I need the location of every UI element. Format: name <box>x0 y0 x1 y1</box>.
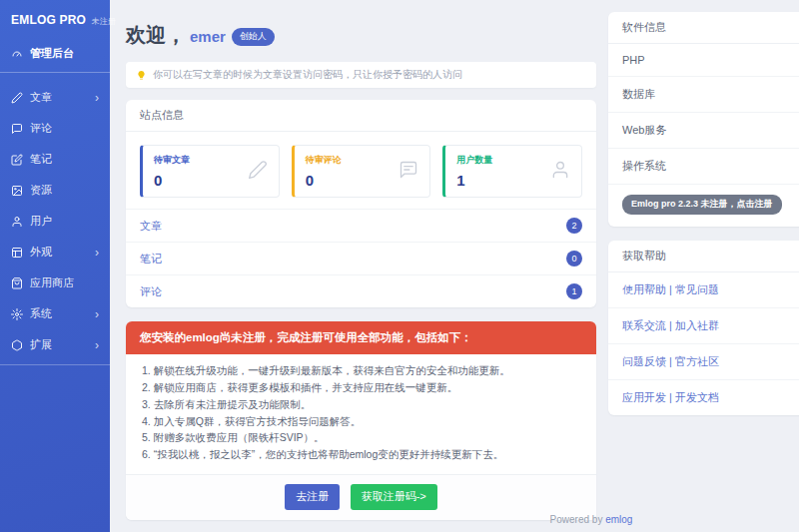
comment-icon <box>11 123 23 135</box>
software-row-php: PHP <box>608 44 799 77</box>
get-code-button[interactable]: 获取注册码-> <box>351 484 437 510</box>
emlog-link[interactable]: emlog <box>605 514 632 525</box>
stat-label: 待审文章 <box>154 154 190 167</box>
software-row-webserver: Web服务 <box>608 113 799 149</box>
sidebar-item-label: 文章 <box>30 90 52 105</box>
version-register-badge[interactable]: Emlog pro 2.2.3 未注册，点击注册 <box>622 195 782 215</box>
stats-row: 待审文章 0 待审评论 0 <box>126 132 596 209</box>
site-info-card: 站点信息 待审文章 0 待审评论 0 <box>126 100 596 307</box>
sidebar-item-articles[interactable]: 文章 › <box>0 82 110 113</box>
dashboard-icon <box>11 48 23 60</box>
user-icon <box>11 216 23 228</box>
sidebar-item-appearance[interactable]: 外观 › <box>0 237 110 267</box>
system-icon <box>11 308 23 320</box>
sidebar-item-label: 评论 <box>30 121 52 136</box>
stat-pending-comments[interactable]: 待审评论 0 <box>292 145 431 198</box>
software-info-card: 软件信息 PHP 数据库 Web服务 操作系统 Emlog pro 2.2.3 … <box>608 12 799 227</box>
sidebar-item-resources[interactable]: 资源 <box>0 175 110 206</box>
stat-pending-articles[interactable]: 待审文章 0 <box>140 145 280 198</box>
sidebar-item-label: 系统 <box>30 306 52 321</box>
alert-benefit-item: 3. 去除所有未注册提示及功能限制。 <box>142 398 580 412</box>
username-link[interactable]: emer <box>190 28 226 45</box>
register-alert-card: 您安装的emlog尚未注册，完成注册可使用全部功能，包括如下： 1. 解锁在线升… <box>126 321 596 520</box>
sidebar-item-dashboard[interactable]: 管理后台 <box>0 36 110 73</box>
footer: Powered by emlog <box>421 514 761 525</box>
stat-value: 1 <box>456 172 492 189</box>
row-label: 笔记 <box>140 252 162 266</box>
powered-by-text: Powered by <box>550 514 603 525</box>
software-info-title: 软件信息 <box>608 12 799 44</box>
stat-value: 0 <box>306 172 342 189</box>
welcome-text: 欢迎， <box>126 24 186 46</box>
chevron-right-icon: › <box>95 93 99 103</box>
row-label: 评论 <box>140 284 162 299</box>
sidebar-item-users[interactable]: 用户 <box>0 206 110 237</box>
count-badge: 2 <box>566 218 582 234</box>
chevron-right-icon: › <box>95 340 99 350</box>
sidebar-item-label: 用户 <box>30 214 52 229</box>
row-comments[interactable]: 评论 1 <box>126 274 596 307</box>
chat-icon <box>399 160 418 184</box>
article-icon <box>11 92 23 104</box>
tip-text: 你可以在写文章的时候为文章设置访问密码，只让你授予密码的人访问 <box>153 68 462 82</box>
alert-benefit-item: 6. “投我以桃，报之以李”，您的支持也将帮助emlog变的更好并持续更新下去。 <box>142 448 580 462</box>
sidebar-item-comments[interactable]: 评论 <box>0 113 110 144</box>
main-column: 欢迎，emer创始人 你可以在写文章的时候为文章设置访问密码，只让你授予密码的人… <box>126 12 596 532</box>
page-title: 欢迎，emer创始人 <box>126 22 596 49</box>
sidebar-item-label: 资源 <box>30 183 52 198</box>
sidebar-item-app-store[interactable]: 应用商店 <box>0 267 110 298</box>
help-card: 获取帮助 使用帮助 | 常见问题 联系交流 | 加入社群 问题反馈 | 官方社区… <box>608 241 799 415</box>
brand[interactable]: EMLOG PRO 未注册 <box>0 0 110 36</box>
go-register-button[interactable]: 去注册 <box>285 484 340 510</box>
right-column: 软件信息 PHP 数据库 Web服务 操作系统 Emlog pro 2.2.3 … <box>608 12 799 532</box>
sidebar-item-label: 扩展 <box>30 337 52 352</box>
help-link-feedback[interactable]: 问题反馈 | 官方社区 <box>608 344 799 380</box>
appearance-icon <box>11 247 23 259</box>
help-title: 获取帮助 <box>608 241 799 272</box>
stat-user-count[interactable]: 用户数量 1 <box>442 145 582 198</box>
lightbulb-icon <box>136 70 147 81</box>
software-row-os: 操作系统 <box>608 149 799 185</box>
role-badge: 创始人 <box>232 28 275 46</box>
alert-benefit-item: 4. 加入专属Q群，获得官方技术指导问题解答。 <box>142 415 580 429</box>
row-notes[interactable]: 笔记 0 <box>126 242 596 274</box>
alert-benefit-item: 2. 解锁应用商店，获得更多模板和插件，并支持应用在线一键更新。 <box>142 381 580 395</box>
tip-bar: 你可以在写文章的时候为文章设置访问密码，只让你授予密码的人访问 <box>126 62 596 88</box>
pencil-icon <box>248 160 268 184</box>
content-area: 欢迎，emer创始人 你可以在写文章的时候为文章设置访问密码，只让你授予密码的人… <box>110 0 799 532</box>
help-link-contact[interactable]: 联系交流 | 加入社群 <box>608 308 799 344</box>
row-articles[interactable]: 文章 2 <box>126 209 596 242</box>
alert-benefit-item: 5. 附赠多款收费应用（限铁杆SVIP）。 <box>142 431 580 445</box>
resource-icon <box>11 185 23 197</box>
help-link-usage[interactable]: 使用帮助 | 常见问题 <box>608 272 799 308</box>
note-icon <box>11 154 23 166</box>
count-badge: 1 <box>566 283 582 299</box>
software-row-database: 数据库 <box>608 77 799 113</box>
person-icon <box>550 160 570 184</box>
sidebar-item-label: 笔记 <box>30 152 52 167</box>
chevron-right-icon: › <box>95 248 99 258</box>
help-link-dev[interactable]: 应用开发 | 开发文档 <box>608 380 799 415</box>
stat-label: 用户数量 <box>456 154 492 167</box>
row-label: 文章 <box>140 219 162 234</box>
site-info-title: 站点信息 <box>126 100 596 132</box>
sidebar-item-extensions[interactable]: 扩展 › <box>0 329 110 365</box>
sidebar: EMLOG PRO 未注册 管理后台 文章 › 评论 <box>0 0 110 532</box>
alert-title: 您安装的emlog尚未注册，完成注册可使用全部功能，包括如下： <box>126 321 596 354</box>
sidebar-item-label: 管理后台 <box>30 46 74 61</box>
count-badge: 0 <box>566 251 582 266</box>
extension-icon <box>11 339 23 351</box>
stat-value: 0 <box>154 172 190 189</box>
app-root: EMLOG PRO 未注册 管理后台 文章 › 评论 <box>0 0 799 532</box>
stat-label: 待审评论 <box>306 154 342 167</box>
sidebar-item-notes[interactable]: 笔记 <box>0 144 110 175</box>
store-icon <box>11 277 23 289</box>
chevron-right-icon: › <box>95 309 99 319</box>
sidebar-item-label: 应用商店 <box>30 275 74 290</box>
brand-name: EMLOG PRO <box>11 13 86 27</box>
sidebar-item-label: 外观 <box>30 245 52 260</box>
sidebar-item-system[interactable]: 系统 › <box>0 298 110 329</box>
alert-benefit-list: 1. 解锁在线升级功能，一键升级到最新版本，获得来自官方的安全和功能更新。 2.… <box>126 354 596 474</box>
alert-benefit-item: 1. 解锁在线升级功能，一键升级到最新版本，获得来自官方的安全和功能更新。 <box>142 364 580 378</box>
sidebar-nav: 文章 › 评论 笔记 资源 <box>0 82 110 365</box>
